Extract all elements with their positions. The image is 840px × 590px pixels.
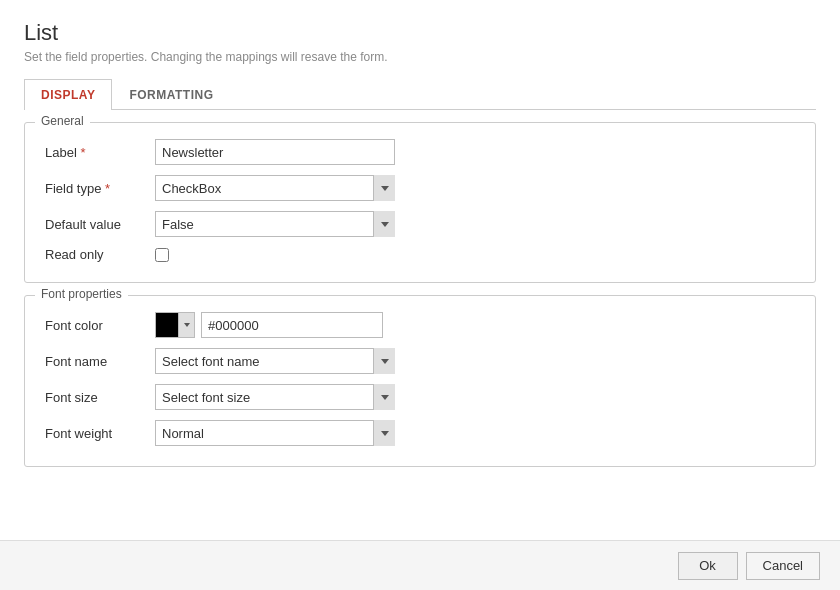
- font-color-row: Font color: [45, 312, 795, 338]
- font-legend: Font properties: [35, 287, 128, 301]
- footer: Ok Cancel: [0, 540, 840, 590]
- font-name-control: Select font name Arial Times New Roman V…: [155, 348, 395, 374]
- color-dropdown-btn[interactable]: [178, 313, 194, 337]
- field-type-row: Field type * CheckBox TextBox Dropdown R…: [45, 175, 795, 201]
- font-color-label: Font color: [45, 318, 155, 333]
- label-field-control: [155, 139, 395, 165]
- font-weight-select[interactable]: Normal Bold Italic Bold Italic: [155, 420, 395, 446]
- label-field-label: Label *: [45, 145, 155, 160]
- font-size-control: Select font size 8 10 12 14 16 18 24: [155, 384, 395, 410]
- font-name-label: Font name: [45, 354, 155, 369]
- read-only-row: Read only: [45, 247, 795, 262]
- general-section: General Label * Field type * CheckBox Te…: [24, 122, 816, 283]
- font-name-select-wrapper: Select font name Arial Times New Roman V…: [155, 348, 395, 374]
- font-section: Font properties Font color Font name Sel…: [24, 295, 816, 467]
- font-size-row: Font size Select font size 8 10 12 14 16…: [45, 384, 795, 410]
- font-weight-control: Normal Bold Italic Bold Italic: [155, 420, 395, 446]
- ok-button[interactable]: Ok: [678, 552, 738, 580]
- page-subtitle: Set the field properties. Changing the m…: [24, 50, 816, 64]
- cancel-button[interactable]: Cancel: [746, 552, 820, 580]
- color-hex-input[interactable]: [201, 312, 383, 338]
- default-value-label: Default value: [45, 217, 155, 232]
- color-swatch-wrapper[interactable]: [155, 312, 195, 338]
- font-size-label: Font size: [45, 390, 155, 405]
- read-only-checkbox[interactable]: [155, 248, 169, 262]
- font-color-control: [155, 312, 383, 338]
- font-size-select-wrapper: Select font size 8 10 12 14 16 18 24: [155, 384, 395, 410]
- font-size-select[interactable]: Select font size 8 10 12 14 16 18 24: [155, 384, 395, 410]
- font-weight-label: Font weight: [45, 426, 155, 441]
- field-type-select[interactable]: CheckBox TextBox Dropdown Radio Textarea: [155, 175, 395, 201]
- default-value-row: Default value False True: [45, 211, 795, 237]
- label-row: Label *: [45, 139, 795, 165]
- read-only-control: [155, 248, 169, 262]
- field-type-control: CheckBox TextBox Dropdown Radio Textarea: [155, 175, 395, 201]
- tab-display[interactable]: DISPLAY: [24, 79, 112, 110]
- default-value-control: False True: [155, 211, 395, 237]
- general-legend: General: [35, 114, 90, 128]
- field-type-label: Field type *: [45, 181, 155, 196]
- tabs-bar: DISPLAY FORMATTING: [24, 78, 816, 110]
- default-value-select-wrapper: False True: [155, 211, 395, 237]
- read-only-label: Read only: [45, 247, 155, 262]
- font-name-select[interactable]: Select font name Arial Times New Roman V…: [155, 348, 395, 374]
- tab-formatting[interactable]: FORMATTING: [112, 79, 230, 110]
- page-title: List: [24, 20, 816, 46]
- font-weight-row: Font weight Normal Bold Italic Bold Ital…: [45, 420, 795, 446]
- font-name-row: Font name Select font name Arial Times N…: [45, 348, 795, 374]
- color-swatch: [156, 313, 178, 337]
- label-input[interactable]: [155, 139, 395, 165]
- font-weight-select-wrapper: Normal Bold Italic Bold Italic: [155, 420, 395, 446]
- field-type-select-wrapper: CheckBox TextBox Dropdown Radio Textarea: [155, 175, 395, 201]
- default-value-select[interactable]: False True: [155, 211, 395, 237]
